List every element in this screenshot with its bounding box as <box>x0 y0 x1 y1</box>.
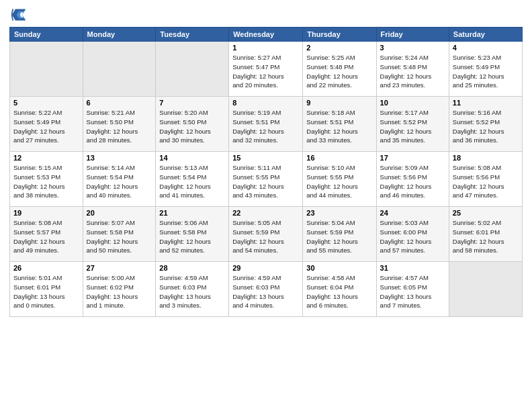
calendar-cell: 9Sunrise: 5:18 AM Sunset: 5:51 PM Daylig… <box>303 97 376 152</box>
calendar-cell <box>449 262 522 317</box>
page-header <box>9 7 523 23</box>
day-info: Sunrise: 5:19 AM Sunset: 5:51 PM Dayligh… <box>232 108 299 145</box>
day-number: 30 <box>306 264 372 272</box>
day-info: Sunrise: 5:07 AM Sunset: 5:58 PM Dayligh… <box>87 218 152 255</box>
calendar-cell: 30Sunrise: 4:58 AM Sunset: 6:04 PM Dayli… <box>303 262 376 317</box>
calendar-cell: 21Sunrise: 5:06 AM Sunset: 5:58 PM Dayli… <box>156 207 229 262</box>
weekday-header-sunday: Sunday <box>10 28 83 42</box>
calendar-cell: 25Sunrise: 5:02 AM Sunset: 6:01 PM Dayli… <box>449 207 522 262</box>
day-info: Sunrise: 5:20 AM Sunset: 5:50 PM Dayligh… <box>159 108 225 145</box>
day-number: 11 <box>453 99 519 107</box>
day-number: 7 <box>159 99 225 107</box>
day-info: Sunrise: 5:16 AM Sunset: 5:52 PM Dayligh… <box>453 108 519 145</box>
day-info: Sunrise: 4:57 AM Sunset: 6:05 PM Dayligh… <box>380 273 445 310</box>
calendar-cell: 1Sunrise: 5:27 AM Sunset: 5:47 PM Daylig… <box>229 42 303 97</box>
calendar-cell: 12Sunrise: 5:15 AM Sunset: 5:53 PM Dayli… <box>10 152 83 207</box>
day-number: 16 <box>306 154 372 162</box>
day-info: Sunrise: 5:18 AM Sunset: 5:51 PM Dayligh… <box>306 108 372 145</box>
day-info: Sunrise: 4:58 AM Sunset: 6:04 PM Dayligh… <box>306 273 372 310</box>
calendar-week-row: 12Sunrise: 5:15 AM Sunset: 5:53 PM Dayli… <box>10 152 523 207</box>
day-number: 4 <box>453 44 519 52</box>
calendar-cell: 13Sunrise: 5:14 AM Sunset: 5:54 PM Dayli… <box>83 152 156 207</box>
day-number: 19 <box>13 209 79 217</box>
day-info: Sunrise: 5:11 AM Sunset: 5:55 PM Dayligh… <box>232 163 299 200</box>
day-number: 29 <box>232 264 299 272</box>
day-info: Sunrise: 5:08 AM Sunset: 5:57 PM Dayligh… <box>13 218 79 255</box>
calendar-week-row: 19Sunrise: 5:08 AM Sunset: 5:57 PM Dayli… <box>10 207 523 262</box>
calendar-cell: 17Sunrise: 5:09 AM Sunset: 5:56 PM Dayli… <box>376 152 449 207</box>
day-info: Sunrise: 5:23 AM Sunset: 5:49 PM Dayligh… <box>453 53 519 90</box>
calendar-week-row: 26Sunrise: 5:01 AM Sunset: 6:01 PM Dayli… <box>10 262 523 317</box>
logo <box>9 7 31 23</box>
day-info: Sunrise: 5:05 AM Sunset: 5:59 PM Dayligh… <box>232 218 299 255</box>
calendar-cell: 6Sunrise: 5:21 AM Sunset: 5:50 PM Daylig… <box>83 97 156 152</box>
day-info: Sunrise: 5:17 AM Sunset: 5:52 PM Dayligh… <box>380 108 445 145</box>
calendar-cell: 23Sunrise: 5:04 AM Sunset: 5:59 PM Dayli… <box>303 207 376 262</box>
weekday-header-monday: Monday <box>83 28 156 42</box>
calendar-cell: 19Sunrise: 5:08 AM Sunset: 5:57 PM Dayli… <box>10 207 83 262</box>
day-info: Sunrise: 5:09 AM Sunset: 5:56 PM Dayligh… <box>380 163 445 200</box>
calendar-cell: 20Sunrise: 5:07 AM Sunset: 5:58 PM Dayli… <box>83 207 156 262</box>
calendar-cell: 8Sunrise: 5:19 AM Sunset: 5:51 PM Daylig… <box>229 97 303 152</box>
day-number: 24 <box>380 209 445 217</box>
day-number: 27 <box>87 264 152 272</box>
calendar-cell: 3Sunrise: 5:24 AM Sunset: 5:48 PM Daylig… <box>376 42 449 97</box>
calendar-table: SundayMondayTuesdayWednesdayThursdayFrid… <box>9 27 523 317</box>
calendar-cell: 22Sunrise: 5:05 AM Sunset: 5:59 PM Dayli… <box>229 207 303 262</box>
calendar-week-row: 5Sunrise: 5:22 AM Sunset: 5:49 PM Daylig… <box>10 97 523 152</box>
day-info: Sunrise: 5:21 AM Sunset: 5:50 PM Dayligh… <box>87 108 152 145</box>
calendar-cell: 31Sunrise: 4:57 AM Sunset: 6:05 PM Dayli… <box>376 262 449 317</box>
day-info: Sunrise: 5:10 AM Sunset: 5:55 PM Dayligh… <box>306 163 372 200</box>
day-number: 18 <box>453 154 519 162</box>
day-number: 22 <box>232 209 299 217</box>
calendar-cell: 14Sunrise: 5:13 AM Sunset: 5:54 PM Dayli… <box>156 152 229 207</box>
calendar-cell <box>83 42 156 97</box>
calendar-cell: 27Sunrise: 5:00 AM Sunset: 6:02 PM Dayli… <box>83 262 156 317</box>
day-info: Sunrise: 5:04 AM Sunset: 5:59 PM Dayligh… <box>306 218 372 255</box>
day-number: 3 <box>380 44 445 52</box>
calendar-cell: 15Sunrise: 5:11 AM Sunset: 5:55 PM Dayli… <box>229 152 303 207</box>
weekday-header-wednesday: Wednesday <box>229 28 303 42</box>
calendar-cell <box>156 42 229 97</box>
calendar-cell: 29Sunrise: 4:59 AM Sunset: 6:03 PM Dayli… <box>229 262 303 317</box>
calendar-cell: 7Sunrise: 5:20 AM Sunset: 5:50 PM Daylig… <box>156 97 229 152</box>
weekday-header-friday: Friday <box>376 28 449 42</box>
calendar-cell: 16Sunrise: 5:10 AM Sunset: 5:55 PM Dayli… <box>303 152 376 207</box>
day-info: Sunrise: 5:22 AM Sunset: 5:49 PM Dayligh… <box>13 108 79 145</box>
day-number: 14 <box>159 154 225 162</box>
weekday-header-saturday: Saturday <box>449 28 522 42</box>
day-info: Sunrise: 5:13 AM Sunset: 5:54 PM Dayligh… <box>159 163 225 200</box>
day-number: 31 <box>380 264 445 272</box>
day-number: 26 <box>13 264 79 272</box>
day-number: 6 <box>87 99 152 107</box>
day-number: 8 <box>232 99 299 107</box>
day-number: 12 <box>13 154 79 162</box>
calendar-cell: 11Sunrise: 5:16 AM Sunset: 5:52 PM Dayli… <box>449 97 522 152</box>
day-number: 15 <box>232 154 299 162</box>
calendar-cell: 18Sunrise: 5:08 AM Sunset: 5:56 PM Dayli… <box>449 152 522 207</box>
logo-icon <box>9 7 28 23</box>
day-info: Sunrise: 4:59 AM Sunset: 6:03 PM Dayligh… <box>159 273 225 310</box>
calendar-week-row: 1Sunrise: 5:27 AM Sunset: 5:47 PM Daylig… <box>10 42 523 97</box>
day-number: 25 <box>453 209 519 217</box>
calendar-cell: 24Sunrise: 5:03 AM Sunset: 6:00 PM Dayli… <box>376 207 449 262</box>
day-info: Sunrise: 4:59 AM Sunset: 6:03 PM Dayligh… <box>232 273 299 310</box>
day-info: Sunrise: 5:25 AM Sunset: 5:48 PM Dayligh… <box>306 53 372 90</box>
weekday-header-thursday: Thursday <box>303 28 376 42</box>
day-number: 5 <box>13 99 79 107</box>
day-info: Sunrise: 5:02 AM Sunset: 6:01 PM Dayligh… <box>453 218 519 255</box>
day-info: Sunrise: 5:08 AM Sunset: 5:56 PM Dayligh… <box>453 163 519 200</box>
day-info: Sunrise: 5:14 AM Sunset: 5:54 PM Dayligh… <box>87 163 152 200</box>
day-info: Sunrise: 5:27 AM Sunset: 5:47 PM Dayligh… <box>232 53 299 90</box>
calendar-cell: 4Sunrise: 5:23 AM Sunset: 5:49 PM Daylig… <box>449 42 522 97</box>
day-number: 17 <box>380 154 445 162</box>
day-number: 2 <box>306 44 372 52</box>
weekday-header-row: SundayMondayTuesdayWednesdayThursdayFrid… <box>10 28 523 42</box>
day-number: 20 <box>87 209 152 217</box>
day-info: Sunrise: 5:06 AM Sunset: 5:58 PM Dayligh… <box>159 218 225 255</box>
calendar-cell: 5Sunrise: 5:22 AM Sunset: 5:49 PM Daylig… <box>10 97 83 152</box>
day-number: 1 <box>232 44 299 52</box>
calendar-cell: 28Sunrise: 4:59 AM Sunset: 6:03 PM Dayli… <box>156 262 229 317</box>
day-number: 23 <box>306 209 372 217</box>
day-info: Sunrise: 5:15 AM Sunset: 5:53 PM Dayligh… <box>13 163 79 200</box>
